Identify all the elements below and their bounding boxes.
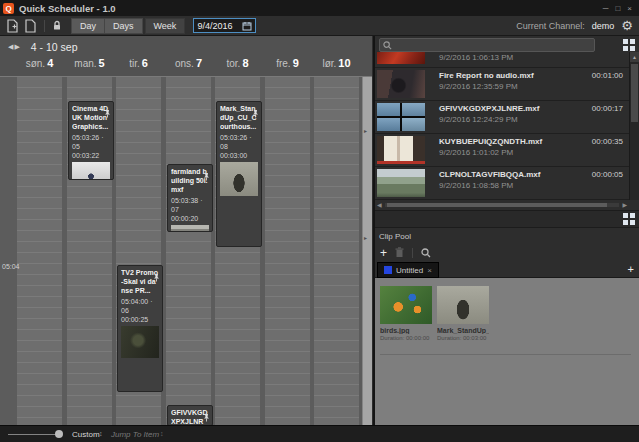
media-timestamp: 9/2/2016 1:08:58 PM (439, 181, 513, 190)
new-schedule-button[interactable] (6, 19, 19, 33)
media-search-field[interactable] (379, 38, 595, 52)
scroll-right-icon[interactable]: ▶ (622, 202, 627, 209)
splitter-arrow-icon[interactable]: ▸ (364, 127, 367, 134)
view-week-button[interactable]: Week (145, 18, 186, 34)
maximize-button[interactable]: □ (615, 4, 620, 13)
event-start-time: 05:04:00 · 06 (121, 297, 159, 315)
media-title: GFIVVKGDXPXJLNRE.mxf (439, 104, 539, 113)
day-header-mon: man.5 (67, 57, 112, 69)
day-header-fri: fre.9 (265, 57, 310, 69)
media-title: KUYBUEPUIQZQNDTH.mxf (439, 137, 542, 146)
window-title: Quick Scheduler - 1.0 (19, 3, 116, 14)
day-header-thu: tor.8 (215, 57, 260, 69)
schedule-calendar: ◀▶ 4 - 10 sep søn.4 man.5 tir.6 ons.7 to… (0, 36, 372, 425)
calendar-scrollbar[interactable]: ▸ ▸ (362, 77, 372, 425)
media-search-input[interactable] (395, 40, 591, 50)
clip-pool-content: birds.jpg Duration: 00:00:00 Mark_StandU… (375, 278, 639, 425)
zoom-slider-track[interactable] (8, 434, 56, 435)
media-timestamp: 9/2/2016 1:06:13 PM (439, 53, 513, 62)
event-gfivvkgd[interactable]: GFIVVKGDXPXJLNRE... (167, 405, 213, 425)
scroll-left-icon[interactable]: ◀ (377, 202, 382, 209)
lock-button[interactable] (52, 20, 62, 31)
tab-color-icon (384, 266, 392, 274)
scroll-up-icon[interactable]: ▲ (630, 52, 639, 62)
list-item[interactable]: GFIVVKGDXPXJLNRE.mxf 9/2/2016 12:24:29 P… (375, 101, 629, 134)
event-mark-standup[interactable]: Mark_StandUp_CU_Courthous... 05:03:26 · … (216, 101, 262, 247)
list-item[interactable]: CLPNOLTAGVFIBQQA.mxf 9/2/2016 1:08:58 PM… (375, 167, 629, 200)
jump-to-item-dropdown[interactable]: Jump To Item (111, 430, 159, 439)
scrollbar-thumb[interactable] (387, 203, 607, 207)
scrollbar-thumb[interactable] (631, 64, 638, 122)
media-thumbnail (377, 136, 425, 164)
view-days-button[interactable]: Days (105, 18, 143, 34)
list-item[interactable]: 9/2/2016 1:06:13 PM (375, 52, 629, 68)
day-column[interactable] (17, 77, 62, 425)
settings-gear-icon[interactable]: ⚙ (621, 19, 633, 32)
day-column[interactable] (314, 77, 359, 425)
clip-card-mark[interactable]: Mark_StandUp_... Duration: 00:03:00 (437, 286, 489, 341)
pin-icon (203, 167, 210, 185)
splitter-arrow-icon[interactable]: ▸ (364, 234, 367, 241)
event-duration: 00:00:20 (171, 214, 209, 223)
updown-icon[interactable]: ↕ (160, 430, 164, 437)
event-start-time: 05:03:26 · 05 (72, 133, 110, 151)
custom-dropdown[interactable]: Custom (72, 430, 100, 439)
grid-view-icon[interactable] (623, 39, 635, 51)
time-of-day-label: 05:04 (2, 263, 20, 270)
media-duration: 00:00:35 (592, 137, 623, 146)
media-duration: 00:00:17 (592, 104, 623, 113)
clip-pool-tabbar: Untitled × + (375, 262, 639, 278)
updown-icon[interactable]: ↕ (99, 430, 103, 437)
event-farmland[interactable]: farmland building 50i.mxf 05:03:38 · 07 … (167, 164, 213, 232)
open-schedule-button[interactable] (24, 19, 37, 33)
day-header-sat: lør.10 (314, 57, 359, 69)
quick-scheduler-window: Q Quick Scheduler - 1.0 ─ □ × Day Days W… (0, 0, 639, 442)
clip-duration: Duration: 00:00:00 (380, 335, 432, 341)
day-column[interactable] (265, 77, 310, 425)
pin-icon (203, 408, 210, 425)
day-column[interactable] (166, 77, 211, 425)
event-duration: 00:03:00 (220, 151, 258, 160)
library-footer (375, 210, 639, 228)
clip-pool-search-icon[interactable] (421, 248, 431, 258)
main-toolbar: Day Days Week Current Channel: demo ⚙ (0, 16, 639, 36)
clip-thumbnail (437, 286, 489, 324)
toolbar-separator (412, 248, 413, 258)
zoom-slider-handle[interactable] (55, 430, 63, 438)
app-logo-icon: Q (3, 3, 14, 14)
list-item[interactable]: KUYBUEPUIQZQNDTH.mxf 9/2/2016 1:01:02 PM… (375, 134, 629, 167)
close-button[interactable]: × (627, 4, 632, 13)
date-picker[interactable] (193, 18, 256, 33)
date-input[interactable] (197, 21, 239, 31)
event-tv2-promo[interactable]: TV2 Promo -Skal vi danse PR... 05:04:00 … (117, 265, 163, 392)
pin-icon (252, 104, 259, 122)
add-tab-button[interactable]: + (628, 263, 634, 275)
tab-untitled[interactable]: Untitled × (377, 262, 439, 278)
day-header-sun: søn.4 (17, 57, 62, 69)
media-list-hscrollbar[interactable]: ◀ ▶ (377, 202, 627, 209)
media-list-scrollbar[interactable]: ▲ (629, 52, 639, 200)
view-day-button[interactable]: Day (71, 18, 105, 34)
event-thumbnail (72, 162, 110, 180)
calendar-icon[interactable] (242, 21, 252, 31)
search-icon (383, 41, 392, 50)
add-clip-button[interactable]: + (380, 247, 387, 259)
current-channel-value[interactable]: demo (592, 21, 615, 31)
list-item[interactable]: Fire Report no audio.mxf 9/2/2016 12:35:… (375, 68, 629, 101)
minimize-button[interactable]: ─ (603, 4, 609, 13)
trash-icon[interactable] (395, 247, 404, 258)
media-timestamp: 9/2/2016 12:35:59 PM (439, 82, 518, 91)
media-thumbnail (377, 169, 425, 197)
event-cinema-4d[interactable]: Cinema 4D UK Motion Graphics... 05:03:26… (68, 101, 114, 180)
media-title: Fire Report no audio.mxf (439, 71, 534, 80)
media-thumbnail (377, 70, 425, 98)
media-thumbnail (377, 103, 425, 131)
clip-card-birds[interactable]: birds.jpg Duration: 00:00:00 (380, 286, 432, 341)
next-week-button[interactable]: ▶ (14, 43, 20, 50)
event-start-time: 05:03:26 · 08 (220, 133, 258, 151)
media-thumbnail (377, 52, 425, 64)
tab-close-icon[interactable]: × (427, 266, 432, 275)
media-timestamp: 9/2/2016 12:24:29 PM (439, 115, 518, 124)
calendar-grid[interactable]: 05:04 Cinema 4D UK Motion Graphics... 05… (0, 76, 372, 425)
grid-view-icon[interactable] (623, 213, 635, 225)
